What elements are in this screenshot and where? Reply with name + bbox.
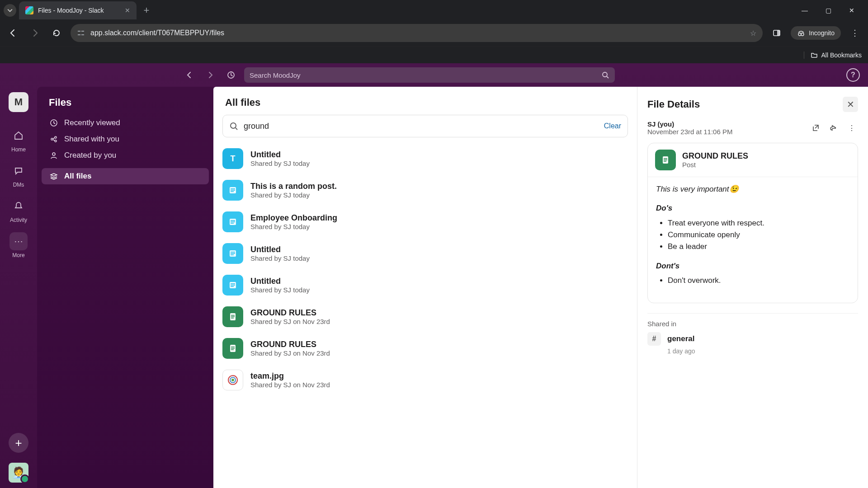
tab-bar: Files - MoodJoy - Slack ✕ + — ▢ ✕ xyxy=(0,0,868,21)
dos-item: Treat everyone with respect. xyxy=(668,217,849,229)
share-button[interactable] xyxy=(827,122,840,134)
all-bookmarks-button[interactable]: All Bookmarks xyxy=(804,52,862,59)
svg-point-14 xyxy=(52,153,55,155)
svg-rect-44 xyxy=(664,158,667,159)
file-title: Employee Onboarding xyxy=(250,213,337,223)
svg-rect-23 xyxy=(231,223,234,224)
file-title: GROUND RULES xyxy=(250,340,330,349)
person-icon xyxy=(50,151,59,160)
files-search-input[interactable] xyxy=(244,122,599,131)
svg-rect-25 xyxy=(231,252,235,253)
file-item[interactable]: GROUND RULESShared by SJ on Nov 23rd xyxy=(213,301,637,333)
new-tab-button[interactable]: + xyxy=(139,3,154,18)
bookmark-star-icon[interactable]: ☆ xyxy=(750,29,756,38)
site-settings-icon[interactable] xyxy=(77,29,85,37)
rail-dms[interactable]: DMs xyxy=(4,159,33,191)
sidebar-item-label: Recently viewed xyxy=(64,118,120,127)
sidebar-item-created-by-you[interactable]: Created by you xyxy=(42,147,209,164)
slack-search-bar[interactable]: Search MoodJoy xyxy=(244,67,615,83)
svg-rect-39 xyxy=(231,349,234,350)
svg-rect-26 xyxy=(231,253,235,254)
svg-point-42 xyxy=(231,379,234,381)
more-actions-button[interactable]: ⋮ xyxy=(845,122,858,134)
svg-rect-37 xyxy=(231,347,235,347)
slack-app: Search MoodJoy ? M Home DMs Activity ⋯ xyxy=(0,63,868,488)
file-details-panel: File Details ✕ SJ (you) November 23rd at… xyxy=(637,87,868,488)
file-item[interactable]: team.jpgShared by SJ on Nov 23rd xyxy=(213,364,637,396)
file-list[interactable]: TUntitledShared by SJ todayThis is a ran… xyxy=(213,143,637,396)
file-subtitle: Shared by SJ on Nov 23rd xyxy=(250,381,330,389)
file-subtitle: Shared by SJ today xyxy=(250,191,337,199)
browser-tab[interactable]: Files - MoodJoy - Slack ✕ xyxy=(19,1,137,19)
rail-dms-label: DMs xyxy=(13,182,24,188)
donts-list: Don't overwork. xyxy=(656,275,849,286)
rail-more[interactable]: ⋯ More xyxy=(4,230,33,261)
file-item[interactable]: UntitledShared by SJ today xyxy=(213,238,637,269)
file-title: team.jpg xyxy=(250,371,330,381)
browser-menu-button[interactable]: ⋮ xyxy=(847,25,863,41)
svg-rect-18 xyxy=(231,190,235,191)
tab-close-button[interactable]: ✕ xyxy=(125,7,130,14)
clock-icon xyxy=(50,119,59,127)
close-details-button[interactable]: ✕ xyxy=(843,97,858,112)
help-button[interactable]: ? xyxy=(846,68,860,82)
svg-rect-31 xyxy=(231,286,234,287)
shared-in-channel[interactable]: # general xyxy=(647,332,858,346)
document-card: GROUND RULES Post This is very important… xyxy=(647,143,858,303)
document-body: This is very important😉 Do's Treat every… xyxy=(648,177,858,303)
file-thumb-text-icon: T xyxy=(222,148,243,169)
open-external-button[interactable] xyxy=(809,122,822,134)
file-thumb-img-icon xyxy=(222,370,243,390)
svg-rect-3 xyxy=(81,34,84,35)
sidebar-item-shared-with-you[interactable]: Shared with you xyxy=(42,131,209,147)
dos-item: Be a leader xyxy=(668,241,849,253)
svg-rect-29 xyxy=(231,283,235,284)
channel-ago: 1 day ago xyxy=(667,347,858,355)
url-text: app.slack.com/client/T067MEBPPUY/files xyxy=(90,29,745,37)
svg-rect-46 xyxy=(664,161,666,162)
address-bar[interactable]: app.slack.com/client/T067MEBPPUY/files ☆ xyxy=(71,24,763,42)
browser-back-button[interactable] xyxy=(5,25,21,41)
history-forward-button[interactable] xyxy=(203,67,218,83)
file-item[interactable]: This is a random post.Shared by SJ today xyxy=(213,174,637,206)
file-thumb-doc-icon xyxy=(222,306,243,327)
files-search: Clear xyxy=(222,115,628,137)
browser-forward-button[interactable] xyxy=(27,25,42,41)
tab-dropdown-button[interactable] xyxy=(4,4,16,17)
workspace-switcher[interactable]: M xyxy=(9,92,28,112)
sidebar-item-recently-viewed[interactable]: Recently viewed xyxy=(42,115,209,131)
doc-title: GROUND RULES xyxy=(682,151,748,161)
svg-rect-33 xyxy=(231,315,235,316)
file-title: This is a random post. xyxy=(250,182,337,191)
svg-point-11 xyxy=(51,138,53,140)
channel-name: general xyxy=(667,334,694,343)
file-item[interactable]: Employee OnboardingShared by SJ today xyxy=(213,206,637,238)
dms-icon xyxy=(9,162,28,180)
file-item[interactable]: UntitledShared by SJ today xyxy=(213,269,637,301)
history-back-button[interactable] xyxy=(182,67,197,83)
rail-create-button[interactable]: + xyxy=(9,433,28,453)
sidebar-item-all-files[interactable]: All files xyxy=(42,168,209,184)
donts-item: Don't overwork. xyxy=(668,275,849,286)
rail-home[interactable]: Home xyxy=(4,124,33,155)
history-button[interactable] xyxy=(223,67,239,83)
file-title: Untitled xyxy=(250,277,310,286)
incognito-chip[interactable]: Incognito xyxy=(791,26,841,40)
svg-point-15 xyxy=(231,123,236,128)
window-maximize-button[interactable]: ▢ xyxy=(822,7,835,14)
files-search-clear[interactable]: Clear xyxy=(604,122,621,130)
file-item[interactable]: TUntitledShared by SJ today xyxy=(213,143,637,174)
file-item[interactable]: GROUND RULESShared by SJ on Nov 23rd xyxy=(213,333,637,364)
side-panel-button[interactable] xyxy=(769,25,784,41)
user-avatar[interactable]: 🧑‍💼 xyxy=(9,463,28,483)
browser-reload-button[interactable] xyxy=(49,25,64,41)
bookmark-bar: All Bookmarks xyxy=(0,46,868,63)
browser-chrome: Files - MoodJoy - Slack ✕ + — ▢ ✕ app.sl… xyxy=(0,0,868,63)
window-close-button[interactable]: ✕ xyxy=(845,7,858,14)
slack-toolbar: Search MoodJoy ? xyxy=(0,63,868,87)
window-minimize-button[interactable]: — xyxy=(798,7,811,14)
file-thumb-post-icon xyxy=(222,180,243,201)
rail-activity[interactable]: Activity xyxy=(4,194,33,226)
file-subtitle: Shared by SJ on Nov 23rd xyxy=(250,349,330,357)
svg-rect-30 xyxy=(231,285,235,286)
